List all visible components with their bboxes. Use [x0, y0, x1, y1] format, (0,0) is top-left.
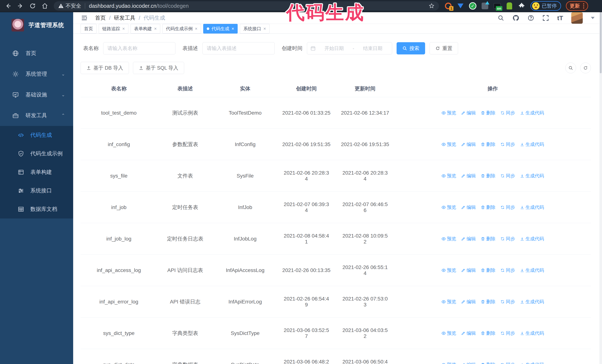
- import-sql-button[interactable]: 基于 SQL 导入: [133, 62, 184, 74]
- generate-code-link[interactable]: 生成代码: [520, 110, 544, 116]
- close-icon[interactable]: ×: [195, 26, 197, 31]
- tab-codegen-example[interactable]: 代码生成示例×: [162, 24, 201, 33]
- breadcrumb-devtools[interactable]: 研发工具: [114, 14, 135, 22]
- close-icon[interactable]: ×: [122, 26, 125, 31]
- generate-code-link[interactable]: 生成代码: [520, 299, 544, 305]
- table-desc-input[interactable]: [203, 42, 275, 54]
- edit-link[interactable]: 编辑: [461, 330, 476, 336]
- delete-link[interactable]: 删除: [481, 299, 495, 305]
- generate-code-link[interactable]: 生成代码: [520, 141, 544, 147]
- preview-link[interactable]: 预览: [441, 110, 456, 116]
- generate-code-link[interactable]: 生成代码: [520, 330, 544, 336]
- sidebar-item-home[interactable]: 首页: [0, 43, 73, 64]
- browser-profile-chip[interactable]: 已暂停: [530, 1, 561, 11]
- sidebar-item-codegen[interactable]: 代码生成: [0, 126, 73, 145]
- collapse-menu-icon[interactable]: [81, 14, 88, 22]
- sidebar-item-system-api[interactable]: 系统接口: [0, 181, 73, 200]
- tab-home[interactable]: 首页: [81, 24, 97, 33]
- delete-link[interactable]: 删除: [481, 330, 495, 336]
- tab-codegen[interactable]: 代码生成×: [203, 24, 238, 33]
- user-avatar[interactable]: [571, 12, 583, 24]
- delete-link[interactable]: 删除: [481, 141, 495, 147]
- delete-link[interactable]: 删除: [481, 267, 495, 273]
- extension-figure-icon[interactable]: [506, 2, 513, 10]
- sidebar-item-form-builder[interactable]: 表单构建: [0, 163, 73, 181]
- security-warning[interactable]: 不安全: [58, 2, 81, 10]
- github-icon[interactable]: [512, 14, 519, 21]
- edit-link[interactable]: 编辑: [461, 110, 476, 116]
- preview-link[interactable]: 预览: [441, 267, 456, 273]
- tab-system-api[interactable]: 系统接口×: [240, 24, 269, 33]
- browser-forward-button[interactable]: [16, 2, 24, 10]
- sync-link[interactable]: 同步: [500, 110, 515, 116]
- tab-form-builder[interactable]: 表单构建×: [130, 24, 160, 33]
- extension-grid-icon[interactable]: [481, 2, 489, 10]
- generate-code-link[interactable]: 生成代码: [520, 267, 544, 273]
- tab-tracing[interactable]: 链路追踪×: [99, 24, 128, 33]
- reset-button[interactable]: 重置: [430, 42, 458, 54]
- table-name-input[interactable]: [103, 42, 175, 54]
- edit-link[interactable]: 编辑: [461, 267, 476, 273]
- generate-code-link[interactable]: 生成代码: [520, 173, 544, 179]
- edit-link[interactable]: 编辑: [461, 236, 476, 242]
- help-icon[interactable]: [527, 15, 534, 21]
- address-bar[interactable]: 不安全 dashboard.yudao.iocoder.cn/tool/code…: [54, 1, 439, 10]
- preview-link[interactable]: 预览: [441, 362, 456, 364]
- preview-link[interactable]: 预览: [441, 141, 456, 147]
- sidebar-item-db-doc[interactable]: 数据库文档: [0, 200, 73, 218]
- generate-code-link[interactable]: 生成代码: [520, 236, 544, 242]
- sidebar-item-system[interactable]: 系统管理 ⌄: [0, 64, 73, 84]
- close-icon[interactable]: ×: [263, 26, 266, 31]
- import-db-button[interactable]: 基于 DB 导入: [81, 62, 129, 74]
- sidebar-logo[interactable]: 芋道管理系统: [0, 12, 73, 38]
- refresh-table-button[interactable]: [580, 62, 591, 73]
- close-icon[interactable]: ×: [232, 26, 234, 31]
- sync-link[interactable]: 同步: [500, 173, 515, 179]
- browser-menu-icon[interactable]: [583, 3, 584, 9]
- breadcrumb-home[interactable]: 首页: [95, 14, 106, 22]
- close-icon[interactable]: ×: [154, 26, 157, 31]
- fullscreen-icon[interactable]: [542, 15, 549, 21]
- sidebar-item-infra[interactable]: 基础设施 ⌄: [0, 84, 73, 105]
- page-scrollbar[interactable]: [599, 12, 602, 364]
- sidebar-item-devtools[interactable]: 研发工具 ⌃: [0, 105, 73, 126]
- sync-link[interactable]: 同步: [500, 236, 515, 242]
- toggle-search-button[interactable]: [565, 62, 576, 73]
- extension-orange-icon[interactable]: 1: [445, 2, 452, 10]
- browser-back-button[interactable]: [4, 2, 12, 10]
- edit-link[interactable]: 编辑: [461, 141, 476, 147]
- extension-gem-icon[interactable]: [457, 2, 464, 10]
- delete-link[interactable]: 删除: [481, 362, 495, 364]
- sync-link[interactable]: 同步: [500, 330, 515, 336]
- bookmark-star-icon[interactable]: [429, 3, 435, 9]
- edit-link[interactable]: 编辑: [461, 204, 476, 210]
- sync-link[interactable]: 同步: [500, 204, 515, 210]
- browser-update-button[interactable]: 更新: [566, 1, 588, 11]
- edit-link[interactable]: 编辑: [461, 362, 476, 364]
- preview-link[interactable]: 预览: [441, 330, 456, 336]
- generate-code-link[interactable]: 生成代码: [520, 362, 544, 364]
- edit-link[interactable]: 编辑: [461, 299, 476, 305]
- delete-link[interactable]: 删除: [481, 110, 495, 116]
- sidebar-item-codegen-example[interactable]: 代码生成示例: [0, 145, 73, 163]
- sync-link[interactable]: 同步: [500, 141, 515, 147]
- browser-reload-button[interactable]: [29, 2, 37, 10]
- delete-link[interactable]: 删除: [481, 204, 495, 210]
- extension-check-icon[interactable]: ✓: [469, 2, 476, 10]
- date-range-picker[interactable]: 开始日期 - 结束日期: [307, 42, 392, 54]
- sync-link[interactable]: 同步: [500, 362, 515, 364]
- preview-link[interactable]: 预览: [441, 173, 456, 179]
- search-button[interactable]: 搜索: [397, 42, 425, 54]
- sync-link[interactable]: 同步: [500, 299, 515, 305]
- search-icon[interactable]: [497, 15, 504, 21]
- browser-home-button[interactable]: [41, 2, 49, 10]
- preview-link[interactable]: 预览: [441, 299, 456, 305]
- delete-link[interactable]: 删除: [481, 173, 495, 179]
- user-menu-caret-icon[interactable]: [591, 17, 595, 19]
- edit-link[interactable]: 编辑: [461, 173, 476, 179]
- delete-link[interactable]: 删除: [481, 236, 495, 242]
- sync-link[interactable]: 同步: [500, 267, 515, 273]
- preview-link[interactable]: 预览: [441, 204, 456, 210]
- extension-dark-icon[interactable]: on: [494, 2, 501, 10]
- generate-code-link[interactable]: 生成代码: [520, 204, 544, 210]
